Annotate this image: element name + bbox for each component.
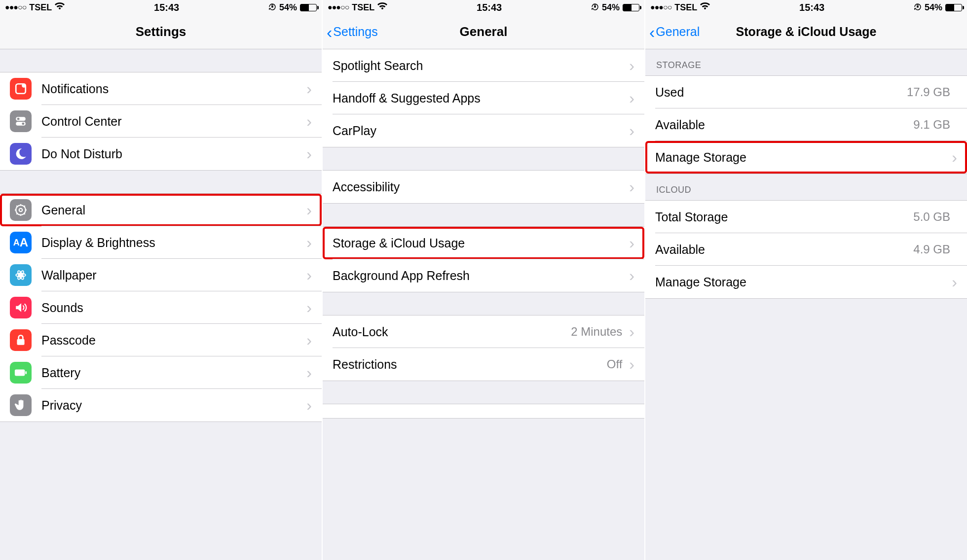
svg-rect-24	[594, 6, 596, 8]
battery-icon	[623, 4, 639, 11]
row-label: Total Storage	[655, 210, 913, 224]
row-label: Background App Refresh	[333, 269, 629, 283]
row-handoff[interactable]: Handoff & Suggested Apps ›	[323, 82, 644, 114]
battery-icon	[10, 362, 32, 384]
rotation-lock-icon	[591, 3, 599, 12]
row-storage[interactable]: Storage & iCloud Usage ›	[323, 227, 644, 259]
settings-row-battery[interactable]: Battery ›	[0, 356, 322, 389]
row-bgrefresh[interactable]: Background App Refresh ›	[323, 259, 644, 292]
row-label: Manage Storage	[655, 150, 952, 165]
row-label: Control Center	[41, 114, 306, 129]
clock-label: 15:43	[154, 2, 179, 13]
battery-pct-label: 54%	[602, 2, 620, 13]
page-title: Storage & iCloud Usage	[736, 25, 877, 39]
row-label: Battery	[41, 366, 306, 380]
chevron-right-icon: ›	[629, 57, 634, 75]
svg-rect-22	[15, 370, 25, 376]
aa-icon: AA	[10, 232, 32, 253]
chevron-right-icon: ›	[629, 323, 634, 341]
battery-pct-label: 54%	[279, 2, 297, 13]
settings-row-general[interactable]: General ›	[0, 194, 322, 226]
clock-label: 15:43	[477, 2, 502, 13]
svg-rect-0	[271, 6, 273, 8]
settings-row-display[interactable]: AA Display & Brightness ›	[0, 226, 322, 259]
chevron-right-icon: ›	[306, 234, 312, 252]
row-restrictions[interactable]: Restrictions Off›	[323, 348, 644, 381]
battery-icon	[945, 4, 962, 11]
status-bar: ●●●○○ TSEL 15:43 54%	[0, 0, 322, 15]
svg-point-4	[17, 118, 20, 120]
row-value: 5.0 GB	[913, 210, 950, 224]
rotation-lock-icon	[268, 3, 276, 12]
settings-screen: ●●●○○ TSEL 15:43 54% Settings	[0, 0, 323, 560]
chevron-right-icon: ›	[629, 122, 634, 140]
icloud-section-header: ICLOUD	[645, 174, 967, 200]
notifications-icon	[10, 78, 32, 100]
rotation-lock-icon	[914, 3, 922, 12]
chevron-right-icon: ›	[629, 267, 634, 285]
chevron-right-icon: ›	[306, 299, 312, 317]
signal-icon: ●●●○○	[650, 3, 671, 12]
chevron-right-icon: ›	[306, 266, 312, 284]
row-carplay[interactable]: CarPlay ›	[323, 114, 644, 147]
chevron-right-icon: ›	[952, 148, 957, 167]
storage-screen: ●●●○○ TSEL 15:43 54% ‹ General	[645, 0, 967, 560]
battery-icon	[300, 4, 317, 11]
signal-icon: ●●●○○	[5, 3, 26, 12]
row-label: CarPlay	[333, 124, 629, 138]
svg-line-13	[16, 206, 17, 207]
chevron-right-icon: ›	[306, 331, 312, 350]
settings-row-notifications[interactable]: Notifications ›	[0, 72, 322, 105]
settings-row-dnd[interactable]: Do Not Disturb ›	[0, 138, 322, 170]
row-label: Privacy	[41, 398, 306, 413]
chevron-left-icon: ‹	[649, 24, 655, 40]
hand-icon	[10, 394, 32, 416]
row-label: Accessibility	[333, 180, 629, 194]
row-label: Available	[655, 243, 913, 257]
svg-rect-25	[917, 6, 919, 8]
row-accessibility[interactable]: Accessibility ›	[323, 171, 644, 203]
row-label: Notifications	[41, 82, 306, 96]
carrier-label: TSEL	[674, 2, 697, 13]
row-available: Available 9.1 GB	[645, 108, 967, 141]
row-manage1[interactable]: Manage Storage ›	[645, 141, 967, 174]
back-button[interactable]: ‹ Settings	[327, 24, 378, 40]
chevron-right-icon: ›	[306, 396, 312, 415]
svg-point-6	[22, 122, 24, 125]
row-label: Used	[655, 85, 907, 100]
row-label: Storage & iCloud Usage	[333, 236, 629, 250]
settings-row-wallpaper[interactable]: Wallpaper ›	[0, 259, 322, 291]
row-label: Sounds	[41, 301, 306, 315]
chevron-right-icon: ›	[306, 145, 312, 163]
settings-row-sounds[interactable]: Sounds ›	[0, 291, 322, 324]
row-label: General	[41, 203, 306, 217]
row-label: Auto-Lock	[333, 325, 571, 339]
nav-bar: Settings	[0, 15, 322, 49]
row-label: Display & Brightness	[41, 236, 306, 250]
row-value: 2 Minutes	[571, 325, 622, 339]
row-value: 9.1 GB	[913, 118, 950, 132]
svg-line-16	[24, 206, 25, 207]
row-label: Wallpaper	[41, 268, 306, 282]
row-label: Manage Storage	[655, 275, 952, 289]
row-spotlight[interactable]: Spotlight Search ›	[323, 49, 644, 82]
chevron-right-icon: ›	[629, 355, 634, 374]
settings-row-passcode[interactable]: Passcode ›	[0, 324, 322, 356]
row-autolock[interactable]: Auto-Lock 2 Minutes›	[323, 315, 644, 348]
row-used: Used 17.9 GB	[645, 76, 967, 108]
speaker-icon	[10, 297, 32, 318]
chevron-left-icon: ‹	[327, 24, 332, 40]
row-value: 17.9 GB	[907, 85, 950, 99]
back-label: General	[656, 25, 700, 39]
control-center-icon	[10, 110, 32, 132]
signal-icon: ●●●○○	[328, 3, 349, 12]
settings-row-control-center[interactable]: Control Center ›	[0, 105, 322, 138]
svg-rect-21	[17, 339, 24, 345]
carrier-label: TSEL	[352, 2, 374, 13]
svg-point-8	[19, 209, 23, 212]
row-manage2[interactable]: Manage Storage ›	[645, 266, 967, 298]
wifi-icon	[700, 2, 710, 13]
back-button[interactable]: ‹ General	[649, 24, 700, 40]
settings-row-privacy[interactable]: Privacy ›	[0, 389, 322, 421]
chevron-right-icon: ›	[629, 89, 634, 107]
